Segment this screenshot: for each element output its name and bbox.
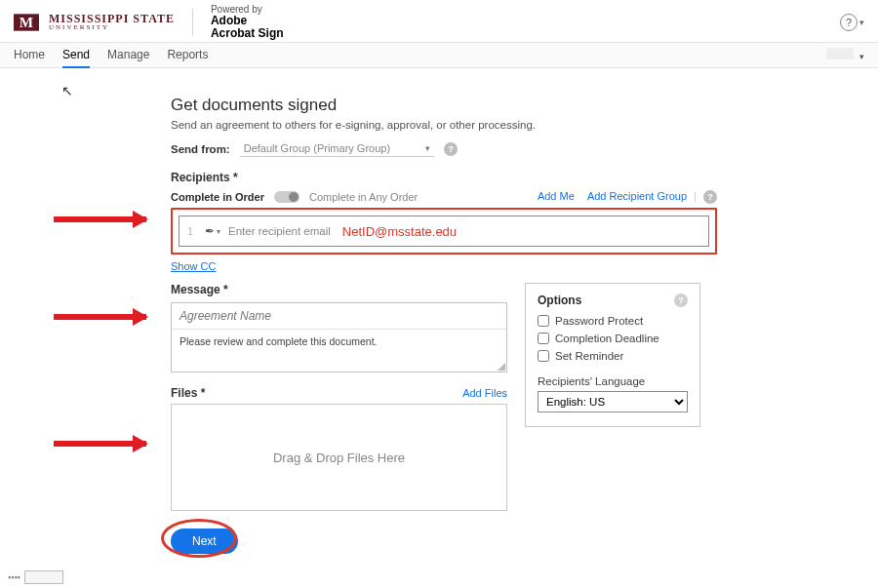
set-reminder-option[interactable]: Set Reminder — [538, 350, 688, 362]
annotation-circle — [161, 519, 237, 558]
nav-home[interactable]: Home — [14, 43, 45, 68]
help-icon: ? — [840, 14, 858, 31]
send-form: Get documents signed Send an agreement t… — [171, 96, 717, 554]
add-me-link[interactable]: Add Me — [538, 190, 575, 202]
page-subtitle: Send an agreement to others for e-signin… — [171, 119, 717, 131]
files-label: Files * — [171, 386, 205, 400]
message-label: Message * — [171, 283, 507, 296]
adobe-brand: Powered by Adobe Acrobat Sign — [211, 4, 284, 40]
password-protect-checkbox[interactable] — [538, 315, 549, 327]
completion-deadline-label: Completion Deadline — [555, 333, 659, 344]
svg-text:M: M — [20, 14, 33, 30]
chevron-down-icon: ▾ — [859, 18, 864, 27]
show-cc-link[interactable]: Show CC — [171, 260, 216, 272]
set-reminder-label: Set Reminder — [555, 350, 623, 362]
info-icon[interactable]: ? — [444, 142, 458, 156]
annotation-arrow — [54, 314, 146, 320]
page-title: Get documents signed — [171, 96, 717, 115]
add-recipient-group-link[interactable]: Add Recipient Group — [587, 190, 687, 202]
next-button-wrap: Next — [171, 529, 507, 554]
recipients-label: Recipients * — [171, 171, 717, 184]
recipient-index: 1 — [187, 225, 197, 237]
add-files-link[interactable]: Add Files — [462, 387, 507, 399]
university-name: MISSISSIPPI STATE UNIVERSITY — [49, 13, 175, 31]
recipient-language-label: Recipients' Language — [538, 375, 688, 387]
info-icon[interactable]: ? — [703, 190, 717, 204]
completion-deadline-checkbox[interactable] — [538, 333, 549, 344]
chevron-down-icon: ▾ — [859, 52, 864, 61]
account-menu[interactable]: ▾ — [826, 48, 864, 62]
resize-handle[interactable] — [498, 363, 505, 371]
nav-tabs: Home Send Manage Reports — [14, 43, 208, 68]
recipient-highlight-box: 1 ✒ ▾ Enter recipient email NetID@msstat… — [171, 208, 717, 255]
recipient-language-select[interactable]: English: US — [538, 391, 688, 412]
password-protect-option[interactable]: Password Protect — [538, 315, 688, 327]
completion-deadline-option[interactable]: Completion Deadline — [538, 333, 688, 344]
order-toggle[interactable] — [274, 191, 299, 203]
send-from-value: Default Group (Primary Group) — [244, 142, 390, 154]
annotation-arrow — [54, 441, 146, 447]
send-from-row: Send from: Default Group (Primary Group)… — [171, 140, 717, 157]
help-menu[interactable]: ? ▾ — [840, 14, 864, 31]
agreement-name-input[interactable]: Agreement Name — [172, 303, 506, 330]
nav-manage[interactable]: Manage — [107, 43, 149, 68]
complete-in-order-label: Complete in Order — [171, 191, 264, 203]
recipient-annotation: NetID@msstate.edu — [342, 224, 457, 239]
main-nav: Home Send Manage Reports ▾ — [0, 43, 878, 68]
files-dropzone[interactable]: Drag & Drop Files Here — [171, 404, 507, 511]
password-protect-label: Password Protect — [555, 315, 643, 327]
info-icon[interactable]: ? — [674, 294, 688, 307]
chevron-down-icon: ▾ — [425, 143, 430, 153]
send-from-select[interactable]: Default Group (Primary Group) ▾ — [240, 140, 434, 157]
agreement-message-input[interactable]: Please review and complete this document… — [172, 330, 506, 363]
university-logo: M — [14, 12, 39, 33]
brand-divider — [192, 9, 193, 36]
complete-any-order-label: Complete in Any Order — [309, 191, 418, 203]
brand-bar: M MISSISSIPPI STATE UNIVERSITY Powered b… — [0, 0, 878, 43]
footer-stub: ▪▪▪▪ — [8, 570, 63, 584]
options-title: Options — [538, 294, 581, 307]
nav-reports[interactable]: Reports — [167, 43, 208, 68]
annotation-arrow — [54, 216, 146, 222]
pen-icon: ✒ — [205, 224, 215, 238]
brand-left: M MISSISSIPPI STATE UNIVERSITY Powered b… — [14, 4, 284, 40]
university-line2: UNIVERSITY — [49, 24, 175, 31]
options-panel: Options ? Password Protect Completion De… — [525, 283, 700, 427]
nav-send[interactable]: Send — [62, 43, 90, 68]
signer-role-picker[interactable]: ✒ ▾ — [205, 224, 220, 238]
dropzone-text: Drag & Drop Files Here — [273, 451, 405, 465]
cursor-icon: ↖ — [61, 83, 73, 98]
message-box: Agreement Name Please review and complet… — [171, 302, 507, 372]
send-from-label: Send from: — [171, 143, 230, 155]
adobe-line2: Acrobat Sign — [211, 27, 284, 40]
user-name-redacted — [826, 48, 854, 59]
recipient-email-input[interactable]: Enter recipient email — [228, 225, 331, 237]
recipient-row[interactable]: 1 ✒ ▾ Enter recipient email NetID@msstat… — [179, 216, 709, 247]
recipient-order-row: Complete in Order Complete in Any Order … — [171, 190, 717, 204]
chevron-down-icon: ▾ — [217, 227, 220, 236]
set-reminder-checkbox[interactable] — [538, 350, 549, 362]
